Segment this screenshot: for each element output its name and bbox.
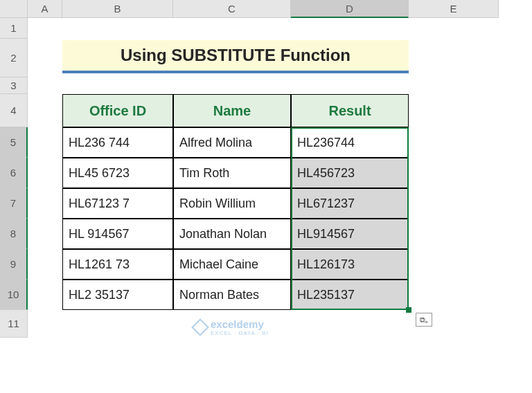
- table-header-name[interactable]: Name: [173, 94, 291, 127]
- title-row: Using SUBSTITUTE Function: [62, 39, 409, 77]
- cell-office-id[interactable]: HL67123 7: [62, 188, 173, 219]
- cell-office-id[interactable]: HL236 744: [62, 127, 173, 158]
- row-header-9[interactable]: 9: [0, 249, 28, 280]
- cell-name[interactable]: Jonathan Nolan: [173, 219, 291, 249]
- cell-result[interactable]: HL671237: [291, 188, 409, 219]
- watermark-icon: [191, 318, 209, 336]
- cell-name[interactable]: Alfred Molina: [173, 127, 291, 158]
- cell-office-id[interactable]: HL 914567: [62, 219, 173, 249]
- watermark: exceldemy EXCEL · DATA · BI: [194, 318, 269, 336]
- col-header-B[interactable]: B: [62, 0, 173, 18]
- col-header-A[interactable]: A: [28, 0, 62, 18]
- row-header-11[interactable]: 11: [0, 310, 28, 338]
- autofill-options-button[interactable]: ⧉₊: [416, 313, 432, 327]
- row-header-10[interactable]: 10: [0, 280, 28, 310]
- row-header-1[interactable]: 1: [0, 18, 28, 39]
- cell-name[interactable]: Robin Willium: [173, 188, 291, 219]
- cell-result[interactable]: HL235137: [291, 280, 409, 310]
- row-header-3[interactable]: 3: [0, 77, 28, 94]
- watermark-brand: exceldemy: [211, 318, 264, 330]
- table-header-result[interactable]: Result: [291, 94, 409, 127]
- select-all-corner[interactable]: [0, 0, 28, 18]
- cell-result[interactable]: HL456723: [291, 158, 409, 188]
- cell-result[interactable]: HL126173: [291, 249, 409, 280]
- watermark-tagline: EXCEL · DATA · BI: [211, 330, 269, 336]
- cell-result[interactable]: HL236744: [291, 127, 409, 158]
- cell-office-id[interactable]: HL1261 73: [62, 249, 173, 280]
- row-header-7[interactable]: 7: [0, 188, 28, 219]
- row-header-2[interactable]: 2: [0, 39, 28, 77]
- col-header-C[interactable]: C: [173, 0, 291, 18]
- col-header-E[interactable]: E: [409, 0, 499, 18]
- row-header-8[interactable]: 8: [0, 219, 28, 249]
- table-header-office-id[interactable]: Office ID: [62, 94, 173, 127]
- cell-name[interactable]: Norman Bates: [173, 280, 291, 310]
- row-header-6[interactable]: 6: [0, 158, 28, 188]
- cell-name[interactable]: Michael Caine: [173, 249, 291, 280]
- row-header-4[interactable]: 4: [0, 94, 28, 127]
- cell-office-id[interactable]: HL45 6723: [62, 158, 173, 188]
- col-header-D[interactable]: D: [291, 0, 409, 18]
- cell-office-id[interactable]: HL2 35137: [62, 280, 173, 310]
- cell-result[interactable]: HL914567: [291, 219, 409, 249]
- spreadsheet-grid: A B C D E 1 2 3 4 5 6 7 8 9 10 11 Using …: [0, 0, 532, 338]
- page-title: Using SUBSTITUTE Function: [62, 40, 409, 73]
- cell-name[interactable]: Tim Roth: [173, 158, 291, 188]
- row-header-5[interactable]: 5: [0, 127, 28, 158]
